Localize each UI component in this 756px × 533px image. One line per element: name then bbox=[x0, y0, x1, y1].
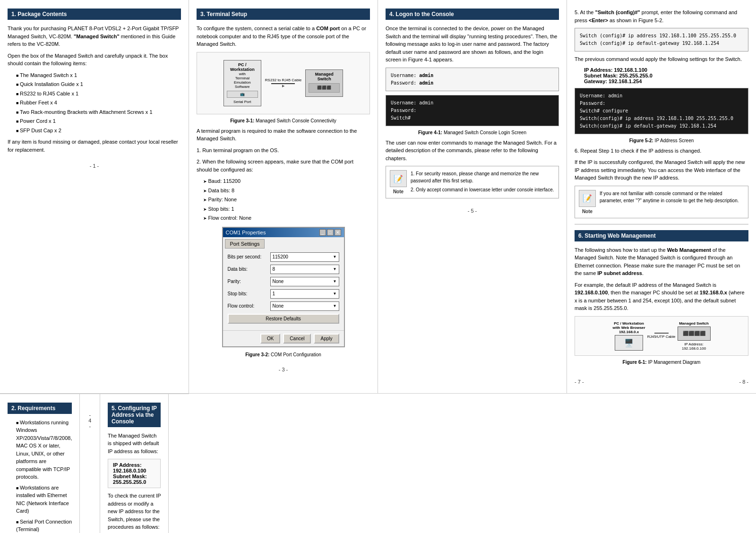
page-4-column: 4. Logon to the Console Once the termina… bbox=[378, 0, 567, 393]
default-ip: IP Address: 192.168.0.100 bbox=[113, 462, 155, 473]
ip-config-intro: The Managed Switch is shipped with defau… bbox=[108, 432, 161, 456]
console-screen-fig2: Username: admin Password: Switch# config… bbox=[575, 88, 748, 134]
console-line-1: Username: admin bbox=[391, 99, 554, 107]
dialog-tab[interactable]: Port Settings bbox=[225, 239, 265, 249]
databits-select[interactable]: 8▼ bbox=[270, 265, 339, 274]
dialog-titlebar: COM1 Properties _ □ ✕ bbox=[223, 228, 344, 237]
req-item-2: Workstations are installed with Ethernet… bbox=[16, 484, 72, 515]
parity-setting: Parity: None bbox=[203, 196, 370, 204]
bits-per-second-row: Bits per second: 115200▼ bbox=[228, 252, 339, 262]
figure-4-1-caption: Figure 4-1: Managed Switch Console Login… bbox=[386, 130, 559, 135]
bps-label: Bits per second: bbox=[228, 254, 270, 259]
data-bits-setting: Data bits: 8 bbox=[203, 187, 370, 195]
page-number-3b: - 4 - bbox=[87, 412, 92, 429]
ok-button[interactable]: OK bbox=[260, 334, 280, 344]
missing-items-text: If any item is found missing or damaged,… bbox=[8, 138, 181, 154]
page-number-3: - 3 - bbox=[197, 367, 370, 372]
req-item-3: Serial Port Connection (Terminal) bbox=[16, 518, 72, 533]
restore-defaults-btn[interactable]: Restore Defaults bbox=[228, 314, 339, 324]
note-icon: 📝 bbox=[390, 170, 407, 187]
dialog-footer: OK Cancel Apply bbox=[223, 330, 344, 346]
ip-settings-block: IP Address: 192.168.1.100 Subnet Mask: 2… bbox=[575, 67, 748, 84]
dialog-controls: _ □ ✕ bbox=[319, 229, 341, 236]
pc-unit: PC / Workstation with Terminal Emulation… bbox=[223, 60, 261, 106]
com-settings-list: Baud: 115200 Data bits: 8 Parity: None S… bbox=[203, 177, 370, 222]
ip-management-diagram: PC / Workstationwith Web Browser192.168.… bbox=[575, 316, 748, 356]
flowcontrol-label: Flow control: bbox=[228, 303, 270, 309]
flowcontrol-select[interactable]: None▼ bbox=[270, 301, 339, 311]
section-2-header: 2. Requirements bbox=[8, 403, 72, 414]
page-6b-column bbox=[169, 394, 189, 533]
section-divider bbox=[575, 224, 748, 224]
page-5-column: 5. Configuring IP Address via the Consol… bbox=[100, 394, 169, 533]
cancel-button[interactable]: Cancel bbox=[283, 334, 311, 344]
subnet-setting: Subnet Mask: 255.255.255.0 bbox=[584, 73, 748, 78]
console-screen-login: Username: admin Password: Switch# bbox=[386, 95, 559, 126]
close-btn[interactable]: ✕ bbox=[335, 229, 341, 236]
example-text: For example, the default IP address of t… bbox=[575, 281, 748, 312]
switch-unit: Managed Switch ⬛⬛⬛ bbox=[305, 69, 343, 97]
check-intro-text: To check the current IP address or modif… bbox=[108, 492, 161, 531]
user-desc-text: The user can now enter commands to manag… bbox=[386, 139, 559, 163]
note-box-4: 📝 Note 1. For security reason, please ch… bbox=[386, 166, 559, 198]
figure-3-2-caption: Figure 3-2: COM Port Configuration bbox=[197, 352, 370, 357]
databits-label: Data bits: bbox=[228, 266, 270, 272]
com-port-dialog: COM1 Properties _ □ ✕ Port Settings Bits… bbox=[222, 227, 345, 347]
login-username: Username: admin bbox=[391, 72, 554, 79]
note-label: Note bbox=[393, 189, 404, 194]
prev-cmd-note: The previous command would apply the fol… bbox=[575, 55, 748, 63]
figure-3-1-caption: Figure 3-1: Managed Switch Console Conne… bbox=[197, 118, 370, 123]
list-item: Two Rack-mounting Brackets with Attachme… bbox=[16, 108, 181, 116]
maximize-btn[interactable]: □ bbox=[327, 229, 334, 236]
page-1-column: 1. Package Contents Thank you for purcha… bbox=[0, 0, 189, 393]
section-1-header: 1. Package Contents bbox=[8, 9, 181, 20]
note-label-6: Note bbox=[582, 209, 593, 214]
list-item: Rubber Feet x 4 bbox=[16, 99, 181, 107]
package-items-list: The Managed Switch x 1 Quick Installatio… bbox=[16, 71, 181, 135]
section-4-header: 4. Logon to the Console bbox=[386, 9, 559, 20]
console-figure: PC / Workstation with Terminal Emulation… bbox=[197, 52, 370, 114]
list-item: Power Cord x 1 bbox=[16, 117, 181, 125]
dialog-body: Bits per second: 115200▼ Data bits: 8▼ P… bbox=[223, 249, 344, 330]
step5-text: 5. At the "Switch (config)#" prompt, ent… bbox=[575, 9, 748, 24]
stop-bits-row: Stop bits: 1▼ bbox=[228, 289, 339, 299]
note-content: 1. For security reason, please change an… bbox=[411, 170, 555, 193]
terminal-req-text: A terminal program is required to make t… bbox=[197, 127, 370, 143]
gateway-setting: Gateway: 192.168.1.254 bbox=[584, 78, 748, 84]
bps-select[interactable]: 115200▼ bbox=[270, 252, 339, 262]
step-2: 2. When the following screen appears, ma… bbox=[197, 158, 370, 173]
stopbits-label: Stop bits: bbox=[228, 291, 270, 296]
list-item: The Managed Switch x 1 bbox=[16, 71, 181, 79]
cfg-line-2: Password: bbox=[580, 100, 743, 107]
switch-side: Managed Switch ⬛⬛⬛⬛ IP Address:192.168.0… bbox=[678, 321, 711, 351]
diagram-inner: PC / Workstationwith Web Browser192.168.… bbox=[580, 321, 743, 351]
console-diagram: PC / Workstation with Terminal Emulation… bbox=[202, 60, 365, 106]
note-content-6: If you are not familiar with console com… bbox=[600, 190, 744, 204]
flow-control-row: Flow control: None▼ bbox=[228, 301, 339, 311]
list-item: RS232 to RJ45 Cable x 1 bbox=[16, 90, 181, 98]
stopbits-select[interactable]: 1▼ bbox=[270, 289, 339, 299]
minimize-btn[interactable]: _ bbox=[319, 229, 326, 236]
figure-6-1-caption: Figure 6-1: IP Management Diagram bbox=[575, 360, 748, 365]
login-info-box: Username: admin Password: admin bbox=[386, 68, 559, 91]
step6-text: 6. Repeat Step 1 to check if the IP addr… bbox=[575, 147, 748, 155]
pc-side: PC / Workstationwith Web Browser192.168.… bbox=[612, 321, 645, 351]
cable-line: RS232 to RJ45 Cable ▶ bbox=[265, 78, 301, 88]
figure-5-2-caption: Figure 5-2: IP Address Screen bbox=[575, 138, 748, 143]
cfg-line-4: Switch(config)# ip address 192.168.1.100… bbox=[580, 115, 743, 122]
section-3-header: 3. Terminal Setup bbox=[197, 9, 370, 20]
page-3b-column: - 4 - bbox=[80, 394, 100, 533]
requirements-list: Workstations running Windows XP/2003/Vis… bbox=[16, 419, 72, 533]
apply-button[interactable]: Apply bbox=[314, 334, 339, 344]
parity-row: Parity: None▼ bbox=[228, 277, 339, 286]
cable-diagram: RJ45/UTP Cable bbox=[647, 333, 676, 339]
cfg-line-3: Switch# configure bbox=[580, 107, 743, 115]
req-item-1: Workstations running Windows XP/2003/Vis… bbox=[16, 419, 72, 481]
web-intro-text: The following shows how to start up the … bbox=[575, 246, 748, 277]
intro-text-1: Thank you for purchasing PLANET 8-Port V… bbox=[8, 25, 181, 48]
section-6-header: 6. Starting Web Management bbox=[575, 230, 748, 241]
cmd-line-2: Switch (config)# ip default-gateway 192.… bbox=[580, 40, 743, 47]
config-cmd-box: Switch (config)# ip address 192.168.1.10… bbox=[575, 28, 748, 52]
parity-select[interactable]: None▼ bbox=[270, 277, 339, 286]
data-bits-row: Data bits: 8▼ bbox=[228, 265, 339, 274]
